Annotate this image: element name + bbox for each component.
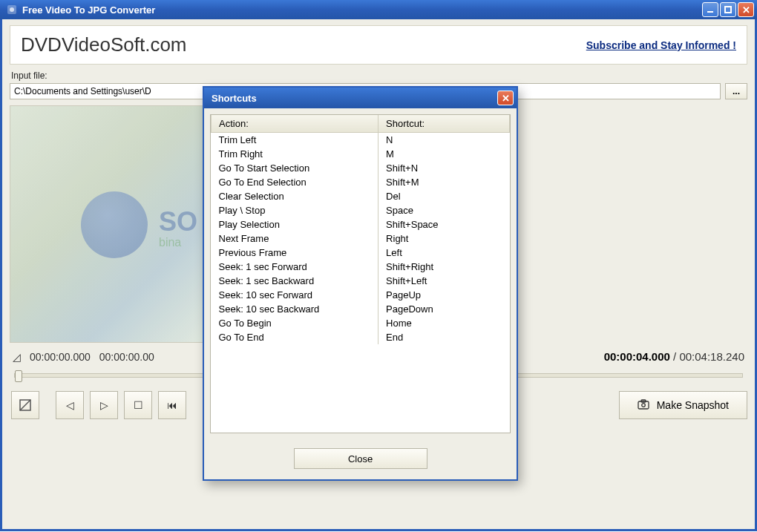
dialog-close-text-button[interactable]: Close (294, 448, 427, 469)
cell-shortcut: Del (378, 189, 510, 203)
time-pos2: 00:00:00.00 (99, 351, 154, 363)
marker-start-icon: ◿ (13, 351, 21, 363)
cell-shortcut: Shift+Left (378, 274, 510, 288)
table-row[interactable]: Seek: 10 sec ForwardPageUp (212, 288, 510, 302)
table-row[interactable]: Seek: 10 sec BackwardPageDown (212, 302, 510, 316)
cell-shortcut: Shift+Space (378, 217, 510, 231)
cell-shortcut: N (378, 133, 510, 148)
cell-action: Next Frame (212, 231, 378, 246)
svg-point-8 (641, 403, 645, 407)
svg-rect-3 (725, 7, 731, 13)
cell-action: Trim Right (212, 147, 378, 161)
cell-shortcut: PageUp (378, 288, 510, 302)
cell-shortcut: Right (378, 231, 510, 246)
prev-button[interactable]: ◁ (56, 391, 84, 419)
table-row[interactable]: Go To End SelectionShift+M (212, 175, 510, 189)
cell-shortcut: PageDown (378, 302, 510, 316)
svg-point-1 (10, 7, 14, 12)
table-row[interactable]: Play SelectionShift+Space (212, 217, 510, 231)
cell-action: Go To End Selection (212, 175, 378, 189)
subscribe-link[interactable]: Subscribe and Stay Informed ! (586, 39, 736, 51)
make-snapshot-button[interactable]: Make Snapshot (619, 391, 747, 419)
minimize-button[interactable] (702, 2, 718, 17)
watermark-subtext: bina (159, 236, 181, 249)
cell-action: Clear Selection (212, 189, 378, 203)
window-titlebar: Free Video To JPG Converter ✕ (0, 0, 757, 19)
col-action: Action: (212, 115, 378, 133)
cell-shortcut: End (378, 330, 510, 344)
stop-button[interactable]: ☐ (124, 391, 152, 419)
play-button[interactable]: ▷ (90, 391, 118, 419)
dialog-close-button[interactable]: ✕ (497, 91, 514, 105)
table-row[interactable]: Seek: 1 sec BackwardShift+Left (212, 274, 510, 288)
svg-line-5 (20, 400, 30, 410)
cell-shortcut: Left (378, 246, 510, 260)
cell-shortcut: Shift+Right (378, 260, 510, 274)
col-shortcut: Shortcut: (378, 115, 510, 133)
table-row[interactable]: Trim RightM (212, 147, 510, 161)
header: DVDVideoSoft.com Subscribe and Stay Info… (10, 25, 747, 65)
table-row[interactable]: Go To BeginHome (212, 316, 510, 330)
table-row[interactable]: Go To EndEnd (212, 330, 510, 344)
make-snapshot-label: Make Snapshot (657, 399, 729, 411)
cell-action: Previous Frame (212, 246, 378, 260)
time-start: 00:00:00.000 (30, 351, 91, 363)
table-row[interactable]: Play \ StopSpace (212, 203, 510, 217)
watermark-icon (81, 191, 148, 258)
cell-action: Seek: 1 sec Backward (212, 274, 378, 288)
table-row[interactable]: Next FrameRight (212, 231, 510, 246)
cell-action: Play Selection (212, 217, 378, 231)
svg-rect-2 (707, 11, 713, 13)
logo-text: DVDVideoSoft.com (21, 33, 187, 56)
close-button[interactable]: ✕ (738, 2, 754, 17)
cell-shortcut: M (378, 147, 510, 161)
cell-action: Seek: 1 sec Forward (212, 260, 378, 274)
cell-shortcut: Shift+M (378, 175, 510, 189)
cell-action: Seek: 10 sec Backward (212, 302, 378, 316)
window-content: DVDVideoSoft.com Subscribe and Stay Info… (0, 19, 757, 531)
input-file-label: Input file: (11, 70, 747, 81)
shortcuts-table: Action: Shortcut: Trim LeftNTrim RightMG… (210, 114, 511, 433)
time-current: 00:00:04.000 (604, 350, 670, 363)
table-row[interactable]: Trim LeftN (212, 133, 510, 148)
table-row[interactable]: Clear SelectionDel (212, 189, 510, 203)
cell-action: Seek: 10 sec Forward (212, 288, 378, 302)
shortcuts-dialog: Shortcuts ✕ Action: Shortcut: Trim LeftN… (203, 86, 518, 481)
go-start-button[interactable]: ⏮ (158, 391, 186, 419)
cell-shortcut: Space (378, 203, 510, 217)
cell-shortcut: Shift+N (378, 161, 510, 175)
camera-icon (638, 399, 649, 412)
watermark-text: SO (159, 206, 197, 237)
dialog-title: Shortcuts (212, 93, 257, 104)
table-row[interactable]: Previous FrameLeft (212, 246, 510, 260)
window-title: Free Video To JPG Converter (22, 4, 702, 16)
cell-shortcut: Home (378, 316, 510, 330)
cell-action: Trim Left (212, 133, 378, 148)
browse-button[interactable]: ... (725, 83, 747, 99)
time-total: 00:04:18.240 (679, 350, 744, 363)
cell-action: Play \ Stop (212, 203, 378, 217)
slider-thumb-icon[interactable] (15, 370, 22, 382)
cell-action: Go To End (212, 330, 378, 344)
app-icon (6, 4, 18, 16)
trim-button[interactable] (11, 391, 39, 419)
cell-action: Go To Start Selection (212, 161, 378, 175)
cell-action: Go To Begin (212, 316, 378, 330)
table-row[interactable]: Go To Start SelectionShift+N (212, 161, 510, 175)
table-row[interactable]: Seek: 1 sec ForwardShift+Right (212, 260, 510, 274)
video-preview: SO bina (10, 105, 221, 343)
maximize-button[interactable] (720, 2, 736, 17)
